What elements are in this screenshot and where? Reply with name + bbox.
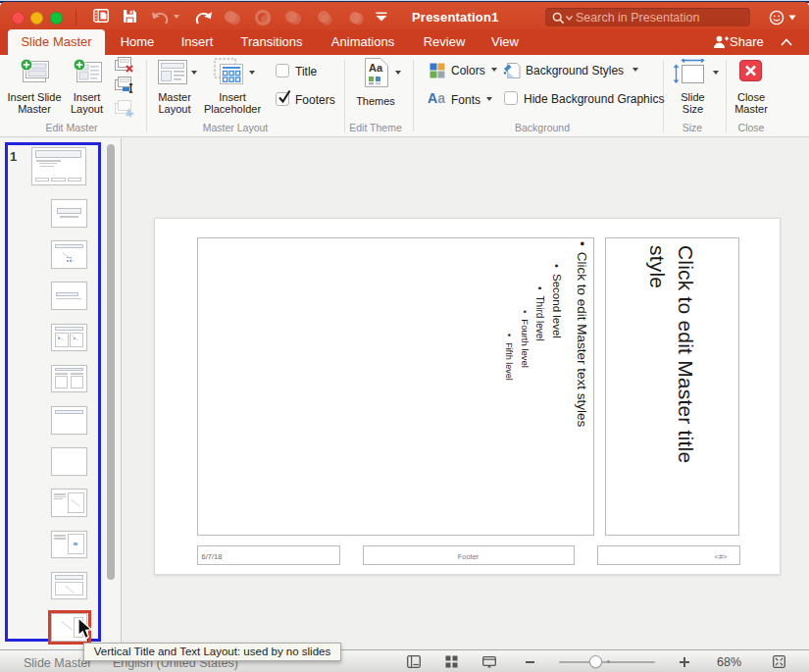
tab-transitions[interactable]: Transitions: [229, 29, 314, 55]
disabled-command-icon-4: [316, 9, 333, 26]
group-separator: [146, 60, 147, 132]
thumbnail-master[interactable]: [31, 147, 86, 185]
master-layout-dropdown-arrow[interactable]: [191, 71, 197, 75]
zoom-out-button[interactable]: [526, 661, 534, 663]
zoom-window-button[interactable]: [50, 12, 63, 25]
zoom-slider-thumb[interactable]: [589, 655, 602, 668]
master-layout-icon[interactable]: [158, 60, 187, 84]
insert-layout-button[interactable]: Insert Layout: [60, 92, 114, 115]
close-master-icon[interactable]: [739, 60, 762, 81]
fonts-dropdown-arrow[interactable]: [486, 97, 492, 101]
slideshow-view-icon[interactable]: [482, 655, 496, 668]
body-level-3: Third level: [534, 295, 545, 340]
close-master-button[interactable]: Close Master: [727, 92, 776, 115]
insert-placeholder-button[interactable]: Insert Placeholder: [199, 92, 266, 115]
tab-review[interactable]: Review: [412, 29, 477, 55]
colors-dropdown-arrow[interactable]: [491, 68, 497, 72]
rename-slide-icon[interactable]: [114, 76, 136, 93]
save-icon[interactable]: [123, 9, 137, 24]
themes-button[interactable]: Themes: [351, 96, 400, 108]
smiley-dropdown-icon[interactable]: [788, 15, 796, 21]
collapse-ribbon-chevron-icon[interactable]: [781, 38, 792, 47]
title-bar: Presentation1 Search in Presentation: [0, 2, 809, 29]
insert-slide-master-button[interactable]: Insert Slide Master: [4, 92, 65, 115]
tab-home[interactable]: Home: [110, 29, 165, 55]
fonts-button[interactable]: Fonts: [451, 93, 480, 107]
footer-placeholder[interactable]: Footer: [363, 545, 575, 565]
colors-icon[interactable]: [430, 63, 445, 78]
insert-placeholder-dropdown-arrow[interactable]: [249, 71, 255, 75]
svg-text:Aa: Aa: [369, 62, 383, 74]
tab-view[interactable]: View: [481, 29, 529, 55]
undo-dropdown-arrow[interactable]: [174, 15, 179, 19]
customize-toolbar-icon[interactable]: [375, 12, 388, 22]
body-level-4: Fourth level: [520, 319, 531, 368]
thumbnail-layout-blank[interactable]: [51, 447, 87, 476]
thumbnail-layout-content-with-caption[interactable]: [51, 489, 87, 517]
status-view-name[interactable]: Slide Master: [24, 656, 91, 670]
layout-tooltip: Vertical Title and Text Layout: used by …: [83, 643, 341, 661]
tab-insert[interactable]: Insert: [170, 29, 225, 55]
feedback-smiley-icon[interactable]: [769, 10, 784, 26]
master-layout-button[interactable]: Master Layout: [150, 92, 199, 115]
themes-dropdown-arrow[interactable]: [395, 71, 401, 75]
show-hide-ribbon-icon[interactable]: [93, 9, 109, 23]
background-styles-button[interactable]: Background Styles: [526, 64, 624, 78]
insert-placeholder-icon[interactable]: [214, 58, 245, 85]
thumbnail-layout-two-content[interactable]: [51, 324, 87, 352]
colors-button[interactable]: Colors: [451, 64, 485, 78]
normal-view-icon[interactable]: [407, 655, 421, 668]
minimize-window-button[interactable]: [30, 12, 43, 25]
body-level-2: Second level: [551, 274, 563, 338]
slide-number-placeholder[interactable]: <#>: [597, 545, 740, 565]
slide-size-icon[interactable]: [673, 59, 708, 86]
undo-icon[interactable]: [151, 11, 170, 25]
titlebar-separator: [76, 9, 76, 26]
preserve-master-icon[interactable]: [114, 99, 135, 118]
footers-checkbox-label[interactable]: Footers: [295, 93, 335, 107]
redo-icon[interactable]: [194, 11, 213, 25]
slide-size-button[interactable]: Slide Size: [671, 92, 715, 115]
footers-checkbox[interactable]: [276, 92, 289, 106]
bullet: •: [534, 286, 545, 290]
thumbnail-layout-title-only[interactable]: [51, 406, 87, 435]
master-layout-group-label: Master Layout: [193, 122, 278, 133]
zoom-percentage[interactable]: 68%: [717, 655, 741, 669]
share-button[interactable]: Share: [712, 29, 809, 55]
thumbnail-layout-comparison[interactable]: [51, 365, 87, 393]
close-window-button[interactable]: [12, 12, 25, 25]
title-checkbox-label[interactable]: Title: [295, 65, 317, 78]
themes-icon[interactable]: Aa: [363, 58, 388, 87]
thumbnail-layout-picture-with-caption[interactable]: [51, 531, 87, 559]
fonts-icon[interactable]: Aa: [428, 90, 445, 106]
insert-layout-icon[interactable]: [73, 58, 102, 84]
hide-background-graphics-label[interactable]: Hide Background Graphics: [524, 92, 664, 106]
background-group-label: Background: [503, 122, 581, 133]
hide-background-graphics-checkbox[interactable]: [504, 91, 518, 105]
background-styles-icon[interactable]: [503, 62, 521, 79]
thumbnail-layout-title-and-vertical-text[interactable]: [51, 572, 87, 600]
title-checkbox[interactable]: [276, 64, 289, 78]
footer-text: Footer: [364, 552, 574, 561]
date-placeholder[interactable]: 6/7/18: [197, 545, 340, 565]
vertical-title-placeholder[interactable]: Click to edit Master title style: [605, 237, 739, 536]
panel-scrollbar[interactable]: [107, 144, 115, 580]
search-icon: [552, 12, 565, 25]
thumbnail-layout-title-and-content[interactable]: [51, 240, 87, 269]
insert-slide-master-icon[interactable]: [20, 58, 49, 84]
ribbon-tab-bar: Slide Master Home Insert Transitions Ani…: [0, 29, 809, 55]
slide-size-dropdown-arrow[interactable]: [713, 71, 719, 75]
tab-slide-master[interactable]: Slide Master: [8, 29, 105, 55]
slide-editing-surface[interactable]: •Click to edit Master text styles •Secon…: [154, 218, 781, 575]
vertical-body-placeholder[interactable]: •Click to edit Master text styles •Secon…: [197, 237, 594, 536]
delete-slide-icon[interactable]: [114, 56, 135, 74]
thumbnail-layout-section-header[interactable]: [51, 282, 87, 310]
fit-slide-to-window-icon[interactable]: [773, 655, 785, 668]
document-title: Presentation1: [412, 10, 499, 25]
thumbnail-layout-title-slide[interactable]: [51, 199, 87, 228]
disabled-command-icon-5: [347, 9, 365, 26]
tab-animations[interactable]: Animations: [319, 29, 407, 55]
slide-sorter-view-icon[interactable]: [445, 655, 458, 668]
search-field[interactable]: Search in Presentation: [545, 8, 750, 26]
background-styles-dropdown-arrow[interactable]: [632, 68, 638, 72]
